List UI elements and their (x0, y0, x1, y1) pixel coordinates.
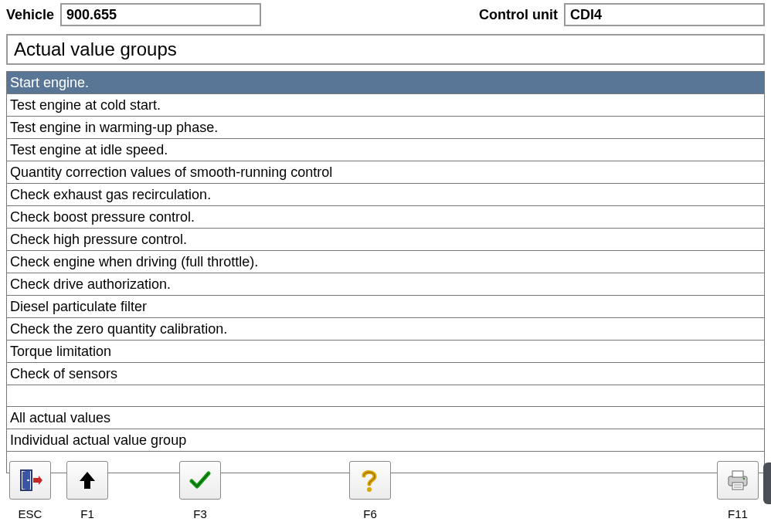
esc-button[interactable] (9, 461, 51, 500)
list-item[interactable]: Check high pressure control. (6, 229, 765, 251)
f1-key: F1 (63, 461, 111, 526)
function-key-bar: ESC F1 F3 F6 (0, 461, 771, 526)
page-title: Actual value groups (6, 34, 765, 65)
f1-label: F1 (80, 507, 94, 520)
vehicle-label: Vehicle (6, 7, 54, 23)
f6-label: F6 (363, 507, 377, 520)
printer-icon (725, 469, 750, 492)
f1-button[interactable] (66, 461, 108, 500)
top-bar: Vehicle 900.655 Control unit CDI4 (0, 0, 771, 34)
list-item[interactable]: Check of sensors (6, 363, 765, 385)
list-item[interactable]: Test engine at idle speed. (6, 139, 765, 161)
esc-label: ESC (19, 507, 42, 520)
list-item[interactable]: Diesel particulate filter (6, 296, 765, 318)
list-item[interactable]: Check drive authorization. (6, 273, 765, 296)
control-unit-label: Control unit (479, 7, 558, 23)
svg-rect-8 (732, 483, 743, 490)
f3-button[interactable] (179, 461, 221, 500)
f11-label: F11 (728, 507, 748, 520)
svg-point-11 (743, 478, 746, 480)
list-item[interactable]: Torque limitation (6, 341, 765, 363)
svg-point-5 (367, 487, 372, 492)
f11-key: F11 (714, 461, 762, 526)
control-unit-field[interactable]: CDI4 (564, 3, 765, 26)
list-item[interactable]: Check boost pressure control. (6, 206, 765, 229)
f11-button[interactable] (717, 461, 759, 500)
actual-value-groups-list: Start engine.Test engine at cold start.T… (6, 71, 765, 473)
svg-marker-4 (80, 472, 95, 489)
f3-label: F3 (193, 507, 207, 520)
f3-key: F3 (176, 461, 224, 526)
list-item[interactable]: All actual values (6, 407, 765, 429)
checkmark-icon (189, 469, 212, 492)
svg-rect-7 (732, 471, 743, 477)
list-item[interactable]: Individual actual value group (6, 429, 765, 452)
list-item[interactable]: Start engine. (6, 71, 765, 94)
list-item[interactable]: Check the zero quantity calibration. (6, 318, 765, 341)
f6-key: F6 (346, 461, 394, 526)
list-item[interactable]: Test engine in warming-up phase. (6, 117, 765, 139)
vehicle-field[interactable]: 900.655 (60, 3, 261, 26)
list-item[interactable]: Quantity correction values of smooth-run… (6, 161, 765, 184)
f6-button[interactable] (349, 461, 391, 500)
list-item[interactable]: Check engine when driving (full throttle… (6, 251, 765, 273)
side-panel-sliver[interactable] (763, 463, 771, 504)
svg-point-2 (27, 479, 29, 482)
help-icon (358, 468, 382, 493)
list-item[interactable]: Test engine at cold start. (6, 94, 765, 117)
up-arrow-icon (76, 469, 98, 491)
list-item[interactable] (6, 385, 765, 407)
exit-door-icon (18, 468, 42, 493)
list-item[interactable]: Check exhaust gas recirculation. (6, 184, 765, 206)
esc-key: ESC (6, 461, 54, 526)
svg-marker-3 (33, 476, 42, 485)
